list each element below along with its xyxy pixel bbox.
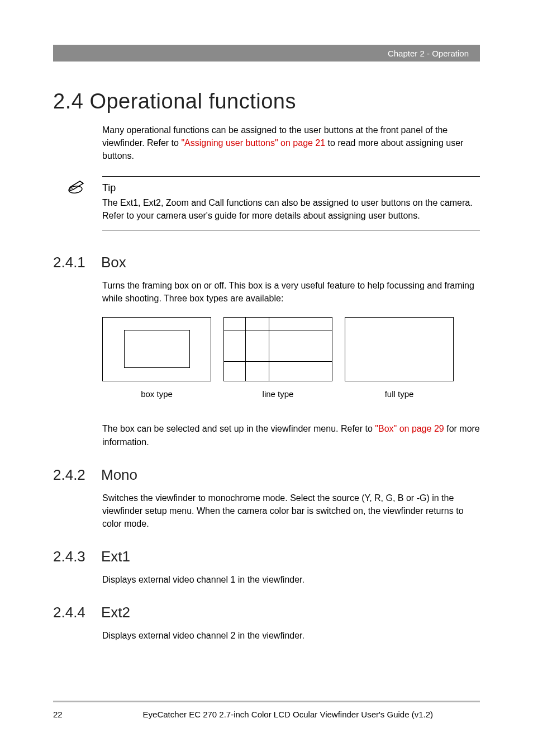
box-text-2a: The box can be selected and set up in th… [102, 424, 375, 433]
link-box-page-29[interactable]: "Box" on page 29 [375, 424, 444, 433]
heading-number: 2.4.1 [53, 254, 101, 271]
figure-full-type-frame [345, 317, 454, 381]
figure-box-type-frame [102, 317, 211, 381]
chapter-header: Chapter 2 - Operation [53, 45, 480, 62]
heading-2-4-1: 2.4.1Box [53, 254, 480, 271]
ext2-paragraph: Displays external video channel 2 in the… [102, 629, 480, 642]
tip-callout: Tip The Ext1, Ext2, Zoom and Call functi… [102, 176, 480, 230]
figure-full-type-caption: full type [345, 389, 454, 399]
guide-vline-left [245, 318, 246, 381]
heading-number: 2.4.2 [53, 466, 101, 484]
svg-line-0 [80, 181, 83, 183]
mono-paragraph: Switches the viewfinder to monochrome mo… [102, 492, 480, 531]
page-number: 22 [53, 710, 63, 719]
heading-text: Ext1 [101, 548, 130, 565]
section-heading-2-4: 2.4 Operational functions [53, 89, 480, 114]
footer-title: EyeCatcher EC 270 2.7-inch Color LCD Ocu… [63, 710, 480, 719]
heading-number: 2.4.4 [53, 604, 101, 621]
tip-text: The Ext1, Ext2, Zoom and Call functions … [102, 196, 480, 222]
figure-full-type: full type [345, 317, 454, 399]
tip-title: Tip [102, 182, 480, 194]
page: Chapter 2 - Operation 2.4 Operational fu… [0, 0, 533, 756]
pencil-icon [68, 180, 90, 195]
guide-hline-bottom [224, 361, 332, 362]
chapter-title: Chapter 2 - Operation [388, 49, 469, 58]
figure-box-type: box type [102, 317, 211, 399]
figure-line-type: line type [223, 317, 332, 399]
heading-text: Ext2 [101, 604, 130, 621]
box-paragraph-2: The box can be selected and set up in th… [102, 422, 480, 448]
heading-text: Box [101, 254, 126, 271]
figure-line-type-caption: line type [223, 389, 332, 399]
guide-vline-right [269, 318, 269, 381]
heading-number: 2.4.3 [53, 548, 101, 565]
inner-box-outline [124, 330, 190, 368]
footer-rule [53, 701, 480, 702]
link-assigning-user-buttons[interactable]: "Assigning user buttons" on page 21 [181, 138, 325, 148]
box-paragraph-1: Turns the framing box on or off. This bo… [102, 279, 480, 305]
ext1-paragraph: Displays external video channel 1 in the… [102, 573, 480, 586]
page-footer: 22 EyeCatcher EC 270 2.7-inch Color LCD … [53, 710, 480, 719]
heading-text: Mono [101, 466, 137, 483]
intro-paragraph: Many operational functions can be assign… [102, 124, 480, 163]
heading-2-4-3: 2.4.3Ext1 [53, 548, 480, 565]
box-type-figures: box type line type full type [102, 317, 480, 399]
heading-2-4-4: 2.4.4Ext2 [53, 604, 480, 621]
guide-hline-top [224, 330, 332, 330]
figure-box-type-caption: box type [102, 389, 211, 399]
heading-2-4-2: 2.4.2Mono [53, 466, 480, 484]
figure-line-type-frame [223, 317, 332, 381]
